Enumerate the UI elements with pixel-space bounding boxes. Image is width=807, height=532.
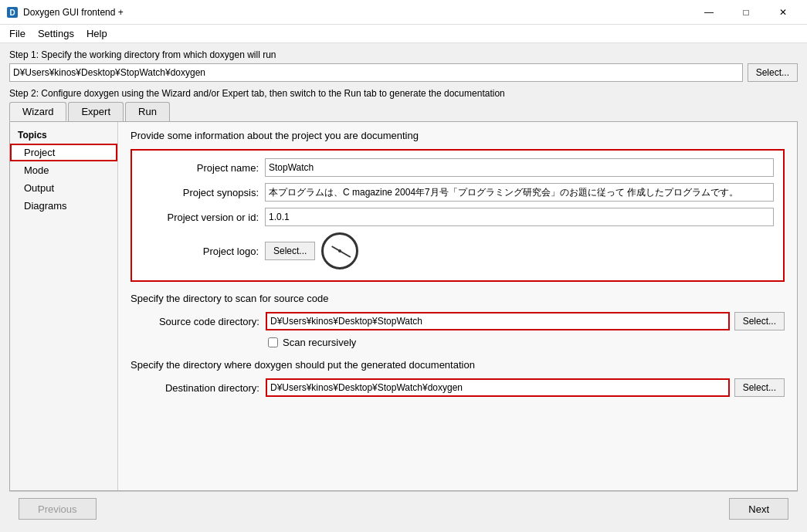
content-panel: Provide some information about the proje… xyxy=(118,122,797,490)
sidebar-item-output[interactable]: Output xyxy=(10,179,117,197)
bottom-bar: Previous Next xyxy=(9,491,798,526)
project-name-input[interactable] xyxy=(265,158,774,177)
sidebar-heading: Topics xyxy=(10,127,117,144)
step2-label: Step 2: Configure doxygen using the Wiza… xyxy=(9,88,798,99)
project-name-row: Project name: xyxy=(141,158,774,177)
sidebar: Topics Project Mode Output Diagrams xyxy=(10,122,118,490)
project-logo-select-button[interactable]: Select... xyxy=(265,242,315,260)
tab-run[interactable]: Run xyxy=(125,102,170,121)
dest-section: Specify the directory where doxygen shou… xyxy=(131,359,785,397)
maximize-button[interactable]: □ xyxy=(728,0,764,25)
working-dir-row: Select... xyxy=(9,63,798,82)
clock-icon xyxy=(321,232,358,269)
project-synopsis-label: Project synopsis: xyxy=(141,187,265,198)
project-red-section: Project name: Project synopsis: Project … xyxy=(131,149,785,282)
scan-recursively-checkbox[interactable] xyxy=(268,337,278,347)
menu-bar: File Settings Help xyxy=(0,25,807,43)
main-window: Step 1: Specify the working directory fr… xyxy=(0,43,807,532)
project-synopsis-input[interactable] xyxy=(265,183,774,202)
project-name-label: Project name: xyxy=(141,162,265,174)
title-bar: D Doxygen GUI frontend + — □ ✕ xyxy=(0,0,807,25)
window-title: Doxygen GUI frontend + xyxy=(23,7,691,18)
menu-settings[interactable]: Settings xyxy=(32,26,80,41)
source-dir-select-button[interactable]: Select... xyxy=(734,312,785,330)
previous-button[interactable]: Previous xyxy=(19,498,97,520)
minimize-button[interactable]: — xyxy=(691,0,727,25)
dest-section-title: Specify the directory where doxygen shou… xyxy=(131,359,785,371)
tab-expert[interactable]: Expert xyxy=(68,102,124,121)
tab-content: Topics Project Mode Output Diagrams Prov… xyxy=(9,121,798,491)
scan-recursively-row: Scan recursively xyxy=(268,337,785,348)
svg-text:D: D xyxy=(9,8,15,17)
step1-label: Step 1: Specify the working directory fr… xyxy=(9,49,798,60)
sidebar-item-diagrams[interactable]: Diagrams xyxy=(10,197,117,215)
dest-dir-select-button[interactable]: Select... xyxy=(734,378,785,397)
next-button[interactable]: Next xyxy=(729,498,788,520)
project-logo-row: Project logo: Select... xyxy=(141,232,774,269)
scan-recursively-label: Scan recursively xyxy=(283,337,356,348)
project-version-row: Project version or id: xyxy=(141,208,774,226)
project-logo-label: Project logo: xyxy=(141,246,265,257)
menu-file[interactable]: File xyxy=(3,26,32,41)
source-dir-row: Source code directory: Select... xyxy=(131,312,785,330)
menu-help[interactable]: Help xyxy=(80,26,114,41)
tabs-bar: Wizard Expert Run xyxy=(9,102,798,121)
source-section-title: Specify the directory to scan for source… xyxy=(131,293,785,304)
window-controls: — □ ✕ xyxy=(691,0,801,25)
project-version-label: Project version or id: xyxy=(141,212,265,223)
app-icon: D xyxy=(6,6,19,19)
source-dir-label: Source code directory: xyxy=(131,316,266,327)
close-button[interactable]: ✕ xyxy=(765,0,801,25)
clock-minute-hand xyxy=(340,250,351,258)
working-dir-input[interactable] xyxy=(9,63,743,82)
source-dir-input[interactable] xyxy=(266,312,730,330)
dest-dir-input[interactable] xyxy=(266,378,730,397)
project-version-input[interactable] xyxy=(265,208,774,226)
project-synopsis-row: Project synopsis: xyxy=(141,183,774,202)
project-section-title: Provide some information about the proje… xyxy=(131,130,785,141)
source-section: Specify the directory to scan for source… xyxy=(131,293,785,348)
sidebar-item-project[interactable]: Project xyxy=(10,144,117,161)
dest-dir-label: Destination directory: xyxy=(131,382,266,394)
sidebar-item-mode[interactable]: Mode xyxy=(10,161,117,179)
tab-wizard[interactable]: Wizard xyxy=(9,102,66,121)
working-dir-select-button[interactable]: Select... xyxy=(748,63,798,82)
dest-dir-row: Destination directory: Select... xyxy=(131,378,785,397)
